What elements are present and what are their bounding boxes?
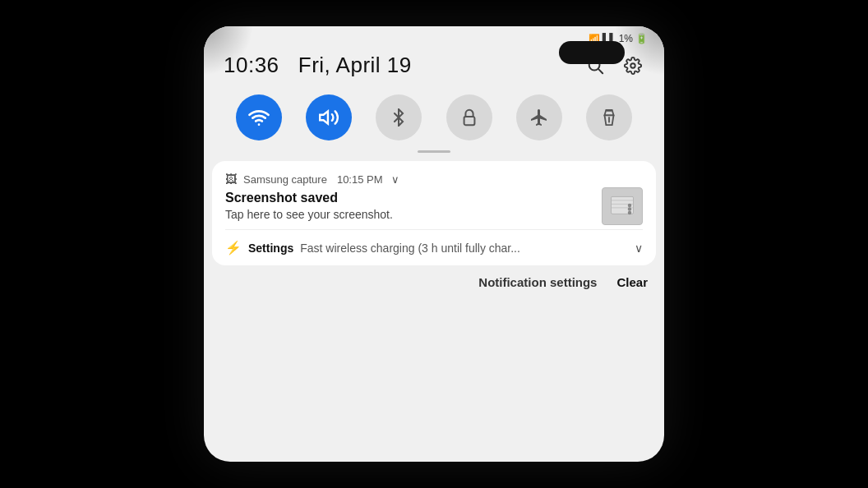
notif-header: 🖼 Samsung capture 10:15 PM ∨: [225, 173, 643, 186]
svg-marker-3: [320, 111, 328, 123]
notification-settings-button[interactable]: Notification settings: [478, 275, 597, 289]
svg-rect-4: [464, 117, 474, 125]
sound-toggle[interactable]: [306, 94, 352, 140]
torch-toggle[interactable]: [586, 94, 632, 140]
notif-time: 10:15 PM: [337, 173, 383, 186]
phone-screen: 📶 ▌▌ 1% 🔋 10:36 Fri, April 19: [204, 26, 664, 462]
charging-icon: ⚡: [225, 240, 242, 256]
screen-lock-toggle[interactable]: [446, 94, 492, 140]
notif-title: Screenshot saved: [225, 191, 593, 205]
notif-body: Tap here to see your screenshot.: [225, 208, 593, 221]
time-display: 10:36: [224, 53, 279, 77]
svg-point-13: [628, 203, 632, 207]
charging-expand-icon[interactable]: ∨: [635, 242, 643, 255]
notif-app-name: Samsung capture: [243, 173, 327, 186]
battery-percent: 1%: [619, 33, 633, 44]
charging-label: Settings: [248, 242, 293, 255]
settings-button[interactable]: [621, 54, 644, 77]
wifi-toggle[interactable]: [236, 94, 282, 140]
screenshot-thumbnail: [602, 187, 643, 225]
charging-notification[interactable]: ⚡ Settings Fast wireless charging (3 h u…: [212, 230, 656, 265]
svg-line-1: [598, 69, 603, 73]
datetime-display: 10:36 Fri, April 19: [224, 53, 412, 78]
clear-button[interactable]: Clear: [616, 275, 648, 289]
notif-app-icon: 🖼: [225, 173, 237, 186]
notif-expand-icon[interactable]: ∨: [391, 173, 399, 186]
svg-point-2: [630, 63, 635, 68]
quick-toggles: [204, 88, 664, 150]
bluetooth-toggle[interactable]: [376, 94, 422, 140]
action-bar: Notification settings Clear: [204, 265, 664, 301]
notification-panel: 🖼 Samsung capture 10:15 PM ∨ Screenshot …: [212, 161, 656, 265]
screenshot-notification[interactable]: 🖼 Samsung capture 10:15 PM ∨ Screenshot …: [212, 161, 656, 229]
airplane-toggle[interactable]: [516, 94, 562, 140]
charging-text: Fast wireless charging (3 h until fully …: [300, 242, 628, 255]
svg-point-12: [628, 207, 632, 211]
svg-point-11: [628, 210, 632, 214]
date-display: Fri, April 19: [298, 53, 412, 77]
notif-content: Screenshot saved Tap here to see your sc…: [225, 191, 643, 221]
battery-icon: 🔋: [635, 33, 648, 44]
panel-divider: [418, 150, 450, 153]
camera-pill: [559, 41, 625, 64]
